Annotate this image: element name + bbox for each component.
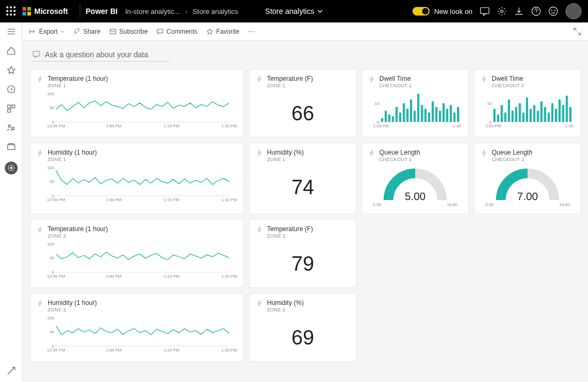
tile-dwell-c2[interactable]: Dwell TimeCHECKOUT 20101:00 PM1:30 PM [474, 69, 581, 137]
svg-text:1:15 PM: 1:15 PM [164, 197, 179, 202]
svg-rect-10 [27, 7, 31, 11]
breadcrumb-item-1[interactable]: In-store analytic... [125, 7, 180, 16]
tile-humpct-zone2[interactable]: Humidity (%)ZONE 269 [249, 293, 356, 362]
current-workspace-icon[interactable] [5, 162, 18, 174]
svg-rect-1 [10, 6, 12, 8]
tile-queue-c2[interactable]: Queue LengthCHECKOUT 2 7.00 0.00 14.00 [474, 143, 581, 214]
svg-point-23 [8, 125, 11, 127]
workspaces-icon[interactable] [6, 142, 16, 152]
svg-text:1:00 PM: 1:00 PM [106, 124, 121, 128]
breadcrumb-item-2[interactable]: Store analytics [193, 7, 238, 16]
download-icon[interactable] [514, 6, 524, 16]
tile-temp-zone2[interactable]: Temperature (1 hour)ZONE 205010012:45 PM… [30, 219, 244, 288]
svg-rect-64 [446, 109, 448, 122]
svg-rect-2 [14, 6, 16, 8]
gear-icon[interactable] [497, 6, 507, 16]
share-label: Share [83, 28, 101, 35]
svg-text:1:30 PM: 1:30 PM [222, 124, 237, 128]
hamburger-icon[interactable] [6, 27, 16, 36]
more-button[interactable] [248, 28, 255, 35]
svg-rect-83 [530, 109, 532, 122]
tile-hum-zone1[interactable]: Humidity (1 hour)ZONE 105010012:45 PM1:0… [30, 143, 244, 214]
svg-rect-6 [6, 14, 8, 16]
chevron-down-icon [60, 29, 65, 34]
svg-rect-50 [395, 107, 398, 122]
svg-text:50: 50 [49, 105, 54, 110]
tile-humpct-zone1[interactable]: Humidity (%)ZONE 174 [249, 143, 356, 214]
help-icon[interactable] [531, 6, 541, 16]
svg-rect-54 [410, 100, 412, 122]
svg-rect-81 [522, 112, 524, 122]
home-icon[interactable] [6, 46, 16, 56]
svg-point-33 [254, 31, 255, 32]
svg-text:1:00 PM: 1:00 PM [373, 124, 388, 128]
svg-point-14 [501, 10, 503, 13]
star-icon[interactable] [6, 65, 16, 75]
svg-point-31 [249, 31, 250, 32]
svg-rect-12 [27, 12, 31, 16]
shared-icon[interactable] [6, 123, 16, 133]
tile-dwell-c1[interactable]: Dwell TimeCHECKOUT 10101:00 PM1:30 PM [362, 69, 469, 137]
get-data-icon[interactable] [6, 366, 16, 376]
header-divider [80, 5, 80, 18]
powerbi-label[interactable]: Power BI [86, 7, 118, 16]
new-look-label: New look on [434, 7, 472, 16]
dashboard-title: Store analytics [265, 7, 315, 16]
fullscreen-icon[interactable] [573, 27, 582, 36]
svg-text:1:30 PM: 1:30 PM [222, 197, 237, 202]
svg-rect-26 [9, 143, 13, 144]
svg-text:10: 10 [487, 101, 492, 106]
svg-rect-57 [421, 105, 423, 122]
recent-icon[interactable] [6, 85, 16, 94]
favorite-button[interactable]: Favorite [206, 28, 239, 35]
new-look-toggle[interactable]: New look on [413, 7, 472, 16]
qa-input[interactable]: Ask a question about your data [32, 50, 170, 62]
svg-text:50: 50 [49, 179, 54, 184]
svg-rect-66 [453, 112, 455, 122]
apps-icon[interactable] [6, 104, 16, 113]
chevron-right-icon: › [185, 7, 187, 16]
tile-temp-zone1[interactable]: Temperature (1 hour)ZONE 105010012:45 PM… [30, 69, 244, 137]
svg-rect-80 [518, 103, 521, 122]
tile-tempf-zone1[interactable]: Temperature (F)ZONE 166 [249, 69, 356, 137]
svg-text:1:15 PM: 1:15 PM [164, 274, 179, 279]
svg-point-16 [549, 7, 558, 16]
chat-icon[interactable] [480, 6, 490, 16]
microsoft-logo[interactable]: Microsoft [22, 7, 68, 16]
svg-rect-63 [442, 103, 445, 122]
svg-rect-8 [14, 14, 16, 16]
svg-text:12:45 PM: 12:45 PM [47, 274, 65, 279]
app-launcher-icon[interactable] [6, 6, 16, 16]
global-header: Microsoft Power BI In-store analytic... … [0, 0, 588, 22]
svg-text:1:00 PM: 1:00 PM [106, 348, 121, 353]
svg-rect-90 [555, 109, 557, 122]
svg-text:1:00 PM: 1:00 PM [106, 274, 121, 279]
svg-rect-75 [501, 105, 503, 122]
svg-rect-74 [497, 114, 499, 122]
export-label: Export [39, 28, 58, 35]
svg-rect-29 [110, 29, 116, 34]
svg-rect-47 [385, 111, 387, 122]
tile-hum-zone2[interactable]: Humidity (1 hour)ZONE 205010012:45 PM1:0… [30, 293, 244, 362]
tile-queue-c1[interactable]: Queue LengthCHECKOUT 1 5.00 0.00 10.00 [362, 143, 469, 214]
svg-text:100: 100 [47, 316, 55, 320]
favorite-label: Favorite [216, 28, 239, 35]
svg-rect-30 [157, 29, 163, 33]
svg-text:12:45 PM: 12:45 PM [47, 197, 65, 202]
dashboard-title-dropdown[interactable]: Store analytics [265, 7, 323, 16]
svg-text:100: 100 [47, 91, 55, 96]
svg-rect-58 [424, 109, 426, 122]
subscribe-button[interactable]: Subscribe [109, 28, 148, 35]
toggle-pill [413, 7, 430, 16]
svg-text:1:00 PM: 1:00 PM [106, 197, 121, 202]
comments-button[interactable]: Comments [156, 28, 197, 35]
svg-rect-77 [508, 100, 510, 122]
qa-icon [32, 50, 41, 59]
export-button[interactable]: Export [29, 28, 65, 35]
share-button[interactable]: Share [73, 28, 101, 35]
feedback-icon[interactable] [548, 6, 558, 16]
svg-rect-82 [526, 97, 528, 122]
user-avatar[interactable] [566, 3, 582, 19]
tile-tempf-zone2[interactable]: Temperature (F)ZONE 279 [249, 219, 356, 288]
svg-rect-94 [569, 107, 571, 122]
